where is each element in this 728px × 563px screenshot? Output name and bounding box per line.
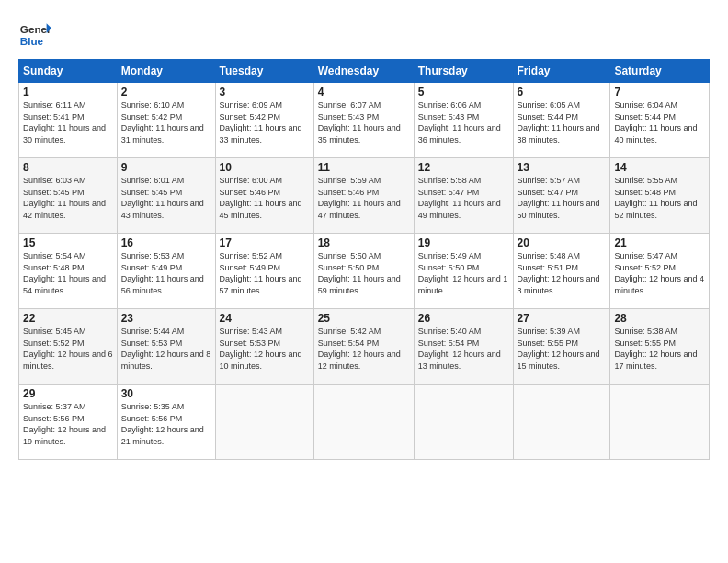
calendar-cell: 4Sunrise: 6:07 AMSunset: 5:43 PMDaylight…: [313, 83, 414, 158]
day-number: 6: [518, 86, 607, 98]
day-info: Sunrise: 6:11 AMSunset: 5:41 PMDaylight:…: [23, 100, 106, 144]
calendar-cell: 8Sunrise: 6:03 AMSunset: 5:45 PMDaylight…: [19, 158, 118, 234]
day-info: Sunrise: 5:57 AMSunset: 5:47 PMDaylight:…: [518, 176, 600, 220]
calendar-cell: [513, 385, 610, 460]
day-number: 17: [220, 236, 310, 249]
day-number: 12: [418, 161, 509, 174]
day-number: 23: [121, 312, 211, 325]
week-row-5: 29Sunrise: 5:37 AMSunset: 5:56 PMDayligh…: [19, 385, 710, 460]
day-info: Sunrise: 5:58 AMSunset: 5:47 PMDaylight:…: [418, 176, 501, 220]
day-info: Sunrise: 6:04 AMSunset: 5:44 PMDaylight:…: [614, 100, 697, 144]
day-number: 8: [23, 161, 113, 174]
day-number: 20: [518, 236, 607, 249]
day-number: 5: [418, 86, 509, 98]
week-row-3: 15Sunrise: 5:54 AMSunset: 5:48 PMDayligh…: [19, 234, 710, 309]
calendar-cell: 5Sunrise: 6:06 AMSunset: 5:43 PMDaylight…: [414, 83, 513, 158]
day-info: Sunrise: 6:09 AMSunset: 5:42 PMDaylight:…: [220, 100, 302, 144]
week-row-1: 1Sunrise: 6:11 AMSunset: 5:41 PMDaylight…: [19, 83, 710, 158]
day-info: Sunrise: 5:47 AMSunset: 5:52 PMDaylight:…: [614, 251, 704, 295]
calendar-cell: 6Sunrise: 6:05 AMSunset: 5:44 PMDaylight…: [513, 83, 610, 158]
calendar-cell: 19Sunrise: 5:49 AMSunset: 5:50 PMDayligh…: [414, 234, 513, 309]
weekday-header-thursday: Thursday: [414, 60, 513, 83]
day-number: 28: [614, 312, 705, 325]
calendar-cell: 18Sunrise: 5:50 AMSunset: 5:50 PMDayligh…: [313, 234, 414, 309]
calendar-cell: 3Sunrise: 6:09 AMSunset: 5:42 PMDaylight…: [215, 83, 313, 158]
day-info: Sunrise: 5:43 AMSunset: 5:53 PMDaylight:…: [220, 327, 302, 371]
day-info: Sunrise: 6:00 AMSunset: 5:46 PMDaylight:…: [220, 176, 302, 220]
day-number: 1: [23, 86, 113, 98]
day-info: Sunrise: 5:37 AMSunset: 5:56 PMDaylight:…: [23, 402, 106, 446]
calendar-cell: 2Sunrise: 6:10 AMSunset: 5:42 PMDaylight…: [117, 83, 215, 158]
day-number: 13: [518, 161, 607, 174]
calendar-cell: 1Sunrise: 6:11 AMSunset: 5:41 PMDaylight…: [19, 83, 118, 158]
weekday-header-row: SundayMondayTuesdayWednesdayThursdayFrid…: [19, 60, 710, 83]
calendar-cell: [610, 385, 710, 460]
header: General Blue: [18, 17, 710, 50]
day-number: 29: [23, 387, 113, 400]
week-row-4: 22Sunrise: 5:45 AMSunset: 5:52 PMDayligh…: [19, 309, 710, 385]
calendar-cell: 25Sunrise: 5:42 AMSunset: 5:54 PMDayligh…: [313, 309, 414, 385]
day-number: 18: [318, 236, 410, 249]
logo-icon: General Blue: [18, 17, 51, 50]
day-number: 19: [418, 236, 509, 249]
day-info: Sunrise: 6:01 AMSunset: 5:45 PMDaylight:…: [121, 176, 204, 220]
day-info: Sunrise: 5:53 AMSunset: 5:49 PMDaylight:…: [121, 251, 204, 295]
day-number: 10: [220, 161, 310, 174]
day-info: Sunrise: 5:45 AMSunset: 5:52 PMDaylight:…: [23, 327, 113, 371]
calendar-cell: 15Sunrise: 5:54 AMSunset: 5:48 PMDayligh…: [19, 234, 118, 309]
day-number: 9: [121, 161, 211, 174]
weekday-header-wednesday: Wednesday: [313, 60, 414, 83]
weekday-header-friday: Friday: [513, 60, 610, 83]
calendar-cell: 29Sunrise: 5:37 AMSunset: 5:56 PMDayligh…: [19, 385, 118, 460]
day-info: Sunrise: 5:52 AMSunset: 5:49 PMDaylight:…: [220, 251, 302, 295]
day-number: 7: [614, 86, 705, 98]
day-info: Sunrise: 5:44 AMSunset: 5:53 PMDaylight:…: [121, 327, 211, 371]
day-number: 24: [220, 312, 310, 325]
calendar-cell: 21Sunrise: 5:47 AMSunset: 5:52 PMDayligh…: [610, 234, 710, 309]
day-number: 15: [23, 236, 113, 249]
day-info: Sunrise: 5:48 AMSunset: 5:51 PMDaylight:…: [518, 251, 600, 295]
day-info: Sunrise: 5:39 AMSunset: 5:55 PMDaylight:…: [518, 327, 600, 371]
calendar-cell: [215, 385, 313, 460]
day-number: 3: [220, 86, 310, 98]
day-info: Sunrise: 5:40 AMSunset: 5:54 PMDaylight:…: [418, 327, 501, 371]
day-number: 25: [318, 312, 410, 325]
calendar-cell: 30Sunrise: 5:35 AMSunset: 5:56 PMDayligh…: [117, 385, 215, 460]
calendar-cell: 26Sunrise: 5:40 AMSunset: 5:54 PMDayligh…: [414, 309, 513, 385]
calendar-cell: 22Sunrise: 5:45 AMSunset: 5:52 PMDayligh…: [19, 309, 118, 385]
logo: General Blue: [18, 17, 51, 50]
calendar-cell: 14Sunrise: 5:55 AMSunset: 5:48 PMDayligh…: [610, 158, 710, 234]
day-info: Sunrise: 6:07 AMSunset: 5:43 PMDaylight:…: [318, 100, 401, 144]
calendar-cell: 27Sunrise: 5:39 AMSunset: 5:55 PMDayligh…: [513, 309, 610, 385]
day-info: Sunrise: 5:35 AMSunset: 5:56 PMDaylight:…: [121, 402, 204, 446]
calendar-cell: [414, 385, 513, 460]
weekday-header-tuesday: Tuesday: [215, 60, 313, 83]
calendar-cell: 9Sunrise: 6:01 AMSunset: 5:45 PMDaylight…: [117, 158, 215, 234]
day-number: 21: [614, 236, 705, 249]
calendar-cell: 24Sunrise: 5:43 AMSunset: 5:53 PMDayligh…: [215, 309, 313, 385]
day-number: 26: [418, 312, 509, 325]
calendar-cell: 16Sunrise: 5:53 AMSunset: 5:49 PMDayligh…: [117, 234, 215, 309]
weekday-header-monday: Monday: [117, 60, 215, 83]
day-info: Sunrise: 6:06 AMSunset: 5:43 PMDaylight:…: [418, 100, 501, 144]
calendar-cell: 20Sunrise: 5:48 AMSunset: 5:51 PMDayligh…: [513, 234, 610, 309]
day-number: 22: [23, 312, 113, 325]
day-info: Sunrise: 6:05 AMSunset: 5:44 PMDaylight:…: [518, 100, 600, 144]
calendar-cell: 23Sunrise: 5:44 AMSunset: 5:53 PMDayligh…: [117, 309, 215, 385]
day-info: Sunrise: 5:50 AMSunset: 5:50 PMDaylight:…: [318, 251, 401, 295]
weekday-header-sunday: Sunday: [19, 60, 118, 83]
weekday-header-saturday: Saturday: [610, 60, 710, 83]
day-number: 4: [318, 86, 410, 98]
day-number: 27: [518, 312, 607, 325]
calendar-cell: [313, 385, 414, 460]
day-number: 14: [614, 161, 705, 174]
calendar-cell: 13Sunrise: 5:57 AMSunset: 5:47 PMDayligh…: [513, 158, 610, 234]
day-info: Sunrise: 5:54 AMSunset: 5:48 PMDaylight:…: [23, 251, 106, 295]
day-number: 2: [121, 86, 211, 98]
calendar-cell: 17Sunrise: 5:52 AMSunset: 5:49 PMDayligh…: [215, 234, 313, 309]
calendar-cell: 12Sunrise: 5:58 AMSunset: 5:47 PMDayligh…: [414, 158, 513, 234]
day-info: Sunrise: 5:49 AMSunset: 5:50 PMDaylight:…: [418, 251, 508, 295]
calendar-cell: 10Sunrise: 6:00 AMSunset: 5:46 PMDayligh…: [215, 158, 313, 234]
day-info: Sunrise: 5:59 AMSunset: 5:46 PMDaylight:…: [318, 176, 401, 220]
day-info: Sunrise: 6:03 AMSunset: 5:45 PMDaylight:…: [23, 176, 106, 220]
